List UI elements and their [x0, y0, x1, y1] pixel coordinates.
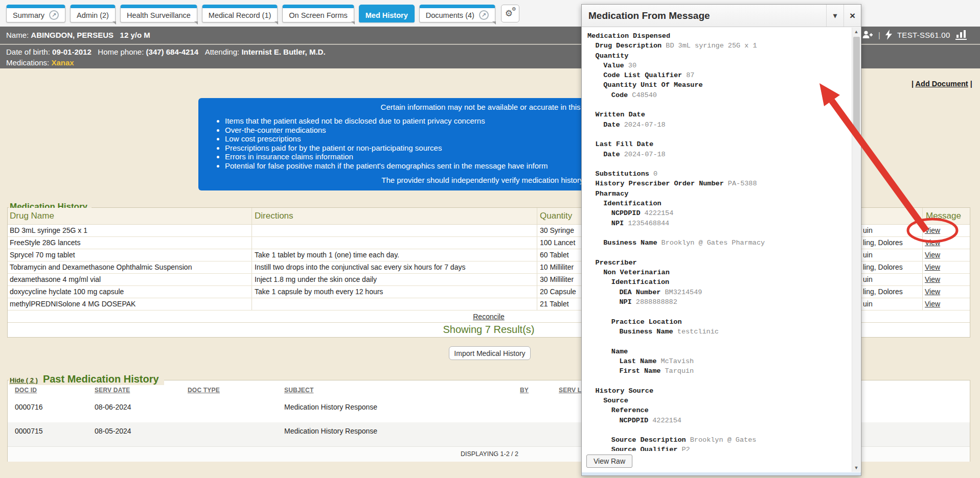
- modal-field-value: C48540: [628, 91, 657, 99]
- view-message-link[interactable]: View: [925, 300, 940, 308]
- tab-admin-2[interactable]: Admin (2): [70, 5, 116, 22]
- tab-documents-4[interactable]: Documents (4)↗: [419, 5, 495, 22]
- attending-value: Internist E. Butler, M.D.: [241, 47, 325, 56]
- scrollbar-up-arrow[interactable]: ▲: [852, 28, 860, 36]
- scrollbar-down-arrow[interactable]: ▼: [852, 464, 860, 472]
- past-med-legend: Hide ( 2 ) Past Medication History: [9, 373, 164, 385]
- modal-field-label: Last Name: [619, 357, 656, 365]
- modal-field-label: Code: [611, 91, 628, 99]
- modal-scrollbar[interactable]: ▲ ▼: [852, 28, 860, 472]
- modal-field-value: BM3214549: [660, 289, 702, 296]
- medications-value[interactable]: Xanax: [51, 58, 74, 67]
- view-message-link[interactable]: View: [925, 251, 940, 259]
- modal-title-bar: Medication From Message ▾ ×: [582, 5, 861, 27]
- tab-med-history[interactable]: Med History: [359, 5, 415, 22]
- past-column-header-doc-id[interactable]: DOC ID: [15, 387, 37, 394]
- modal-field-label: Source Description: [611, 436, 686, 444]
- modal-text-line: [582, 131, 852, 140]
- modal-text-line: Identification: [582, 278, 852, 288]
- patient-name: ABINGDON, PERSEUS: [31, 31, 113, 39]
- prescriber-partial-cell: ling, Dolores: [863, 288, 903, 296]
- modal-text-line: History Source: [582, 387, 852, 397]
- modal-text-line: History Prescriber Order Number PA-5388: [582, 180, 852, 189]
- tab-on-screen-forms[interactable]: On Screen Forms: [282, 5, 354, 22]
- past-column-header-by[interactable]: BY: [520, 387, 529, 394]
- scrollbar-thumb[interactable]: [853, 37, 860, 136]
- modal-text-line: [582, 377, 852, 387]
- drug-name-cell: BD 3mL syringe 25G x 1: [10, 226, 87, 234]
- dob-value: 09-01-2012: [52, 47, 92, 56]
- modal-dropdown-button[interactable]: ▾: [826, 5, 844, 27]
- pipe: |: [911, 80, 916, 88]
- directions-cell: Inject 1.8 mg under the skin once daily: [255, 275, 377, 283]
- view-message-link[interactable]: View: [925, 226, 940, 234]
- tab-label: Documents (4): [426, 11, 474, 19]
- modal-text-line: Non Veterinarian: [582, 269, 852, 278]
- modal-text-line: Source: [582, 397, 852, 407]
- view-message-link[interactable]: View: [925, 288, 940, 296]
- modal-field-value: Brooklyn @ Gates Pharmacy: [657, 239, 765, 247]
- past-column-header-doc-type[interactable]: DOC TYPE: [188, 387, 220, 394]
- modal-field-label: Date: [603, 151, 620, 158]
- medication-from-message-modal: Medication From Message ▾ × Medication D…: [581, 4, 861, 476]
- modal-title: Medication From Message: [588, 10, 826, 21]
- tab-label: Admin (2): [77, 11, 109, 19]
- modal-text-line: Prescriber: [582, 259, 852, 269]
- modal-field-value: 2024-07-18: [620, 151, 666, 158]
- view-raw-button[interactable]: View Raw: [586, 455, 632, 468]
- drug-name-cell: methylPREDNISolone 4 MG DOSEPAK: [10, 300, 135, 308]
- modal-field-label: History Prescriber Order Number: [596, 180, 724, 187]
- column-header-drug-name: Drug Name: [10, 211, 54, 221]
- displaying-text: DISPLAYING 1-2 / 2: [461, 450, 518, 458]
- medications-label: Medications:: [6, 58, 49, 67]
- tab-summary[interactable]: Summary↗: [6, 5, 65, 22]
- modal-field-label: DEA Number: [619, 289, 660, 296]
- modal-close-button[interactable]: ×: [844, 5, 861, 27]
- add-document: | Add Document |: [911, 80, 972, 88]
- modal-field-label: Pharmacy: [596, 190, 629, 198]
- modal-field-label: Quantity: [596, 52, 629, 60]
- import-medical-history-button[interactable]: Import Medical History: [449, 346, 531, 360]
- modal-field-label: Source: [603, 397, 628, 404]
- modal-field-value: P2: [677, 446, 690, 451]
- modal-text-line: Practice Location: [582, 318, 852, 328]
- tab-label: Health Surveillance: [127, 11, 191, 19]
- column-header-message: Message: [926, 211, 961, 221]
- modal-text-line: Business Name testclinic: [582, 328, 852, 338]
- drug-name-cell: FreeStyle 28G lancets: [10, 238, 81, 247]
- modal-text-line: NPI 2888888882: [582, 298, 852, 308]
- modal-text-line: Substitutions 0: [582, 170, 852, 180]
- modal-text-line: Date 2024-07-18: [582, 121, 852, 131]
- tab-medical-record-1[interactable]: Medical Record (1): [202, 5, 278, 22]
- reconcile-link[interactable]: Reconcile: [473, 313, 504, 321]
- modal-field-label: Business Name: [603, 239, 657, 247]
- column-header-quantity: Quantity: [540, 211, 572, 221]
- hide-link[interactable]: Hide ( 2 ): [10, 376, 38, 384]
- modal-field-value: 2024-07-18: [620, 121, 666, 129]
- modal-text-line: Value 30: [582, 62, 852, 71]
- quantity-cell: 30 Milliliter: [540, 275, 574, 283]
- view-message-link[interactable]: View: [925, 263, 940, 271]
- modal-text-line: [582, 101, 852, 111]
- lightning-icon[interactable]: [885, 30, 892, 40]
- bar-chart-icon[interactable]: [955, 30, 967, 40]
- modal-field-label: Written Date: [596, 111, 645, 118]
- prescriber-partial-cell: uin: [863, 275, 873, 283]
- view-message-link[interactable]: View: [925, 238, 940, 247]
- modal-bottom-strip: [582, 472, 861, 475]
- prescriber-partial-cell: ling, Dolores: [863, 238, 903, 247]
- view-message-link[interactable]: View: [925, 275, 940, 283]
- directions-cell: Take 1 capsule by mouth every 12 hours: [255, 288, 383, 296]
- past-column-header-subject[interactable]: SUBJECT: [284, 387, 313, 394]
- past-column-header-serv-date[interactable]: SERV DATE: [95, 387, 130, 394]
- modal-field-value: testclinic: [673, 328, 719, 336]
- add-person-icon[interactable]: [862, 30, 873, 39]
- modal-field-label: Drug Description: [596, 42, 662, 50]
- modal-text-line: Quantity Unit Of Measure: [582, 81, 852, 91]
- add-document-link[interactable]: Add Document: [916, 80, 968, 88]
- modal-text-line: [582, 249, 852, 259]
- tab-health-surveillance[interactable]: Health Surveillance: [120, 5, 197, 22]
- settings-gear-button[interactable]: ⚙⚙: [501, 5, 519, 22]
- modal-text-line: Source Qualifier P2: [582, 446, 852, 451]
- tab-bar: Summary↗Admin (2)Health SurveillanceMedi…: [6, 5, 519, 22]
